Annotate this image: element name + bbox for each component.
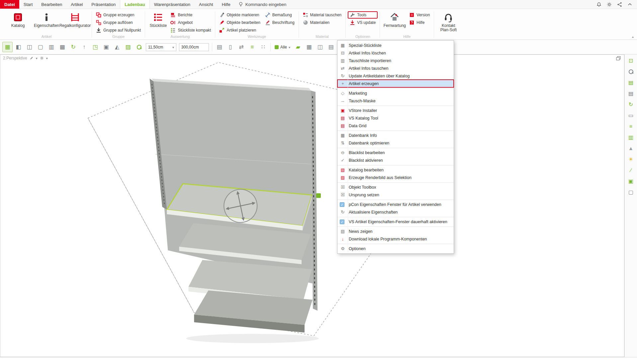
gruppe-aufloesen-button[interactable]: Gruppe auflösen [94,19,142,26]
tab-datei[interactable]: Datei [0,0,19,9]
toolbar-elevation[interactable]: ↑ [79,42,89,52]
panel-shelf-tools[interactable]: ▤ [626,78,636,87]
chevron-down-icon[interactable] [46,56,48,60]
toolbar-raster-large[interactable]: ▩ [57,42,67,52]
length-input[interactable] [179,43,209,51]
regalkonfigurator-button[interactable]: Regalkonfigurator [61,11,89,29]
menu-item-tauschliste-importieren[interactable]: ▥ Tauschliste importieren [337,57,454,64]
menu-item-blacklist-aktivieren[interactable]: ✓ Blacklist aktivieren [337,156,454,164]
version-button[interactable]: Version [408,12,431,18]
materialien-button[interactable]: Materialien [301,19,343,26]
panel-geometry[interactable]: ▲ [626,144,636,153]
beschriftung-button[interactable]: Beschriftung [263,19,296,26]
stueckliste-button[interactable]: Stückliste [147,11,169,29]
objekte-markieren-button[interactable]: Objekte markieren [218,12,262,18]
menu-item-datenbank-optimieren[interactable]: ⇅ Datenbank optimieren [337,139,454,147]
toolbar-grid-a[interactable]: ▦ [304,42,314,52]
gruppe-nullpunkt-button[interactable]: Gruppe auf Nullpunkt [94,27,142,34]
alle-dropdown[interactable]: Alle [273,42,292,52]
toolbar-viewport-layout[interactable]: ▦ [2,42,13,52]
toolbar-corner-select[interactable]: ◳ [90,42,100,52]
toolbar-levels[interactable]: ≡ [247,42,257,52]
tab-ansicht[interactable]: Ansicht [195,0,218,9]
pen-icon[interactable] [30,56,34,60]
kontakt-plan-soft-button[interactable]: KontaktPlan-Soft [436,11,460,33]
panel-viewport-settings[interactable]: ⊡ [626,56,636,65]
menu-item-aktualisiere-eigenschaften[interactable]: ↻ Aktualisiere Eigenschaften [337,208,454,216]
gruppe-erzeugen-button[interactable]: Gruppe erzeugen [94,12,142,18]
menu-item-update-artikeldaten[interactable]: ↻ Update Artikeldaten über Katalog [337,72,454,80]
panel-render-image[interactable]: ▣ [626,177,636,186]
menu-item-optionen[interactable]: ⚙ Optionen [337,244,454,252]
restore-pane-icon[interactable] [616,56,621,60]
grid-size-combo[interactable]: 11,50cm [146,43,176,51]
toolbar-split-view[interactable]: ◧ [13,42,24,52]
viewport-3d[interactable]: 2.Perspektive [0,54,624,357]
tab-start[interactable]: Start [19,0,37,9]
gear-icon[interactable] [40,56,44,60]
tab-praesentation[interactable]: Präsentation [87,0,120,9]
chevron-down-icon[interactable] [36,56,38,60]
menu-item-vs-katalog-tool[interactable]: ▤ VS Katalog Tool [337,114,454,122]
menu-item-tausch-maske[interactable]: ↔ Tausch-Maske [337,97,454,105]
menu-item-marketing[interactable]: ◇ Marketing [337,88,454,97]
fernwartung-button[interactable]: Fernwartung [382,11,407,29]
panel-statistics[interactable]: ▥ [626,133,636,142]
bemassung-button[interactable]: Bemaßung [263,12,296,18]
toolbar-snap-grid[interactable]: ▨ [123,42,133,52]
panel-light[interactable]: ☀ [626,155,636,164]
tab-ladenbau[interactable]: Ladenbau [120,0,149,9]
panel-layers[interactable]: ≡ [626,122,636,131]
berichte-button[interactable]: Berichte [169,12,213,18]
menu-item-vs-artikel-eigenschaften[interactable]: ✓ VS Artikel Eigenschaften-Fenster dauer… [337,217,454,226]
menu-item-objekt-toolbox[interactable]: ☒ Objekt Toolbox [337,182,454,191]
panel-annotation[interactable]: ∕ [626,166,636,175]
toolbar-wall[interactable]: ▤ [214,42,225,52]
chevron-up-icon[interactable] [627,2,632,7]
objekte-bearbeiten-button[interactable]: Objekte bearbeiten [218,19,262,26]
toolbar-grid-b[interactable]: ◫ [315,42,325,52]
menu-item-artikel-infos-tauschen[interactable]: ⇄ Artikel Infos tauschen [337,64,454,72]
menu-item-download-komponenten[interactable]: ↓ Download lokale Programm-Komponenten [337,235,454,243]
menu-item-artikel-erzeugen[interactable]: + Artikel erzeugen [337,80,454,87]
shelf-3d-scene[interactable] [0,55,624,357]
panel-search[interactable] [626,67,636,76]
hilfe-button[interactable]: Hilfe [408,19,431,26]
share-icon[interactable] [617,2,622,7]
panel-refresh[interactable]: ↻ [626,100,636,109]
collapse-ribbon-icon[interactable] [632,35,634,39]
toolbar-filter-green[interactable]: ▰ [293,42,303,52]
eigenschaften-button[interactable]: Eigenschaften [32,11,61,29]
menu-item-katalog-bearbeiten[interactable]: ▧ Katalog bearbeiten [337,165,454,174]
toolbar-rotate[interactable]: ↻ [68,42,78,52]
tab-artikel[interactable]: Artikel [66,0,87,9]
material-tauschen-button[interactable]: Material tauschen [301,12,343,18]
toolbar-break[interactable]: ⇄ [236,42,246,52]
toolbar-zoom[interactable] [134,42,144,52]
command-input[interactable]: Kommando eingeben [235,0,290,9]
panel-page-layout[interactable]: ▢ [626,188,636,197]
notifications-icon[interactable] [596,2,601,7]
toolbar-selection-frame[interactable]: ▢ [35,42,46,52]
theme-icon[interactable] [607,2,612,7]
panel-print[interactable]: ▭ [626,111,636,120]
vs-update-button[interactable]: VS update [348,19,377,26]
toolbar-column[interactable]: ▯ [225,42,235,52]
menu-item-blacklist-bearbeiten[interactable]: ⊖ Blacklist bearbeiten [337,148,454,156]
toolbar-dual-view[interactable]: ◫ [24,42,35,52]
toolbar-grid-c[interactable]: ▤ [326,42,336,52]
menu-item-pcon-eigenschaften[interactable]: ✓ pCon Eigenschaften Fenster für Artikel… [337,200,454,208]
tab-warenpraesentation[interactable]: Warenpräsentation [150,0,195,9]
menu-item-vstore-installer[interactable]: ▣ VStore Installer [337,106,454,114]
menu-item-news-zeigen[interactable]: ▤ News zeigen [337,227,454,235]
toolbar-mirror[interactable]: ◭ [112,42,122,52]
stueckliste-kompakt-button[interactable]: Stückliste kompakt [169,27,213,34]
shelf-handle[interactable] [316,193,321,198]
toolbar-duplicate[interactable]: ▣ [101,42,111,52]
toolbar-raster-small[interactable]: ▥ [46,42,56,52]
menu-item-erzeuge-renderbild[interactable]: ▨ Erzeuge Renderbild aus Selektion [337,174,454,181]
artikel-platzieren-button[interactable]: Artikel platzieren [218,27,262,34]
menu-item-spezial-stueckliste[interactable]: ▦ Spezial-Stückliste [337,42,454,49]
toolbar-points[interactable]: ∷ [258,42,268,52]
panel-reports[interactable]: ▤ [626,89,636,98]
